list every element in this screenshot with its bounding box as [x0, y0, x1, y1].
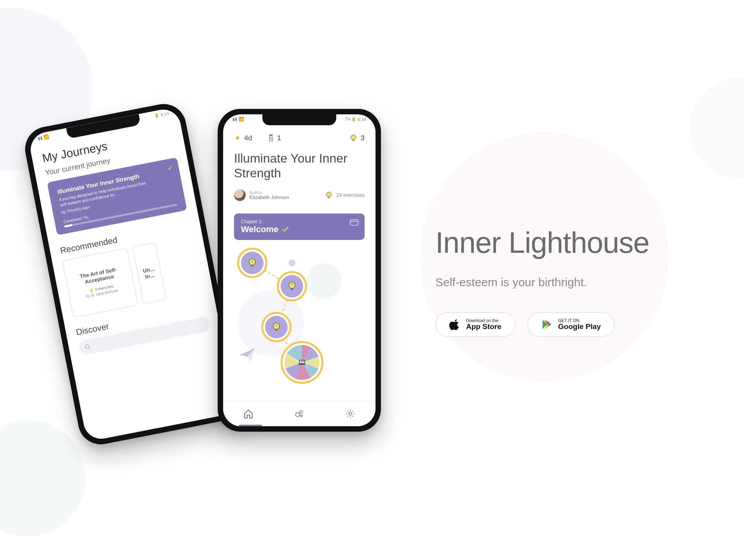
- laptop-icon: [297, 358, 307, 367]
- svg-rect-4: [352, 140, 355, 141]
- app-store-button[interactable]: Download on the App Store: [435, 312, 515, 337]
- svg-rect-6: [328, 197, 330, 198]
- exercise-node[interactable]: [237, 248, 267, 278]
- exercise-node[interactable]: [277, 271, 307, 301]
- svg-rect-16: [299, 364, 306, 365]
- author-avatar[interactable]: [234, 189, 246, 201]
- bulb-icon: [247, 257, 258, 268]
- svg-point-17: [295, 412, 300, 416]
- recommended-card[interactable]: The Art of Self-Acceptance 💡 9 exercises…: [62, 248, 138, 318]
- svg-line-1: [89, 347, 91, 349]
- svg-rect-2: [269, 135, 272, 136]
- stat-bulbs: 3: [349, 134, 365, 142]
- exercise-count: 24 exercises: [336, 192, 365, 198]
- phone-mockup-journey-detail: ▮▮📶 7%🔋6:14 4d 1: [218, 109, 381, 432]
- author-label: Author: [250, 190, 289, 195]
- svg-point-20: [349, 412, 352, 415]
- journey-title: Illuminate Your Inner Strength: [234, 151, 365, 181]
- svg-point-5: [327, 192, 332, 197]
- flame-icon: [234, 135, 241, 142]
- phone-notch: [262, 114, 336, 125]
- tab-indicator: [239, 425, 262, 426]
- svg-rect-12: [291, 289, 293, 290]
- svg-rect-14: [275, 329, 278, 331]
- chapter-title: Welcome: [241, 224, 278, 234]
- hero-title: Inner Lighthouse: [435, 226, 715, 259]
- exercise-map: [234, 248, 365, 376]
- cards-icon: [350, 219, 358, 226]
- card-title: Un… In…: [143, 266, 157, 281]
- svg-rect-7: [350, 219, 358, 225]
- tab-explore[interactable]: [294, 409, 304, 419]
- bulb-icon: [349, 134, 358, 142]
- lighthouse-icon: [268, 134, 274, 142]
- bulb-icon: [325, 191, 333, 200]
- chapter-label: Chapter 1: [241, 219, 358, 224]
- author-name: Elizabeth Johnson: [250, 195, 289, 200]
- exercise-node[interactable]: [261, 312, 292, 342]
- recommended-card-partial[interactable]: Un… In…: [133, 242, 167, 304]
- svg-point-3: [351, 135, 356, 140]
- gear-icon: [345, 409, 355, 419]
- tab-settings[interactable]: [345, 409, 355, 419]
- store-line2: App Store: [466, 323, 501, 331]
- check-icon: [281, 226, 289, 233]
- stat-lighthouse: 1: [268, 134, 281, 142]
- hero-tagline: Self-esteem is your birthright.: [435, 276, 715, 289]
- bulb-icon: [286, 281, 297, 292]
- bulb-icon: 💡: [89, 288, 94, 293]
- store-line2: Google Play: [558, 323, 601, 331]
- bubbles-icon: [294, 409, 304, 419]
- svg-point-19: [300, 415, 302, 416]
- phone-mockup-journeys: ▮▮📶 🔋6:14 My Journeys Your current journ…: [21, 100, 243, 448]
- tab-bar: [223, 401, 375, 426]
- bg-decoration: [690, 78, 744, 179]
- apple-icon: [449, 318, 461, 330]
- chapter-card[interactable]: Chapter 1 Welcome: [234, 214, 365, 240]
- bg-decoration: [0, 420, 86, 537]
- exercise-node-final[interactable]: [281, 341, 323, 384]
- tab-home[interactable]: [243, 409, 253, 419]
- google-play-button[interactable]: GET IT ON Google Play: [527, 312, 615, 337]
- card-title: The Art of Self-Acceptance: [71, 265, 127, 287]
- svg-rect-15: [299, 360, 305, 364]
- bulb-icon: [271, 322, 282, 332]
- check-icon: ✔: [167, 163, 174, 172]
- stat-streak: 4d: [234, 134, 252, 142]
- svg-rect-10: [251, 265, 254, 267]
- svg-point-18: [300, 410, 303, 413]
- hero-section: Inner Lighthouse Self-esteem is your bir…: [435, 226, 715, 337]
- svg-point-0: [85, 345, 89, 349]
- google-play-icon: [541, 318, 553, 330]
- paper-plane-icon: [238, 346, 257, 364]
- home-icon: [243, 409, 253, 419]
- search-icon: [84, 343, 91, 351]
